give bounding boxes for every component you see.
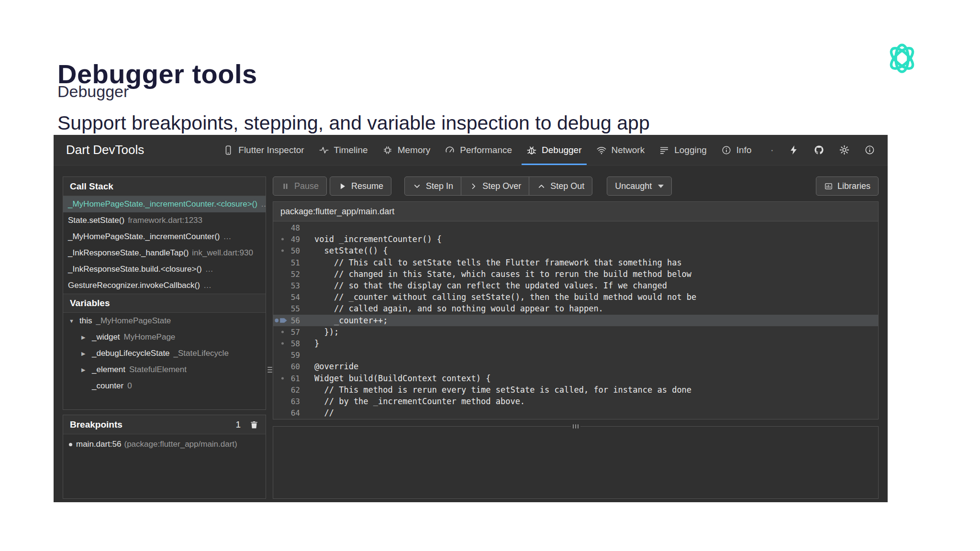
line-gutter[interactable]: 50 bbox=[273, 245, 303, 256]
tab-performance[interactable]: Performance bbox=[437, 135, 519, 165]
code-line[interactable]: 56 _counter++; bbox=[273, 315, 878, 326]
libraries-button[interactable]: Libraries bbox=[816, 176, 879, 196]
frame-location: … bbox=[203, 281, 212, 290]
variable-row[interactable]: ▶ _element StatefulElement bbox=[63, 362, 266, 378]
code-line[interactable]: 59 bbox=[273, 349, 878, 361]
breakable-line-dot-icon bbox=[281, 377, 284, 379]
line-gutter[interactable]: 60 bbox=[273, 361, 303, 372]
tab-debugger[interactable]: Debugger bbox=[519, 135, 589, 165]
code-text: _counter++; bbox=[303, 316, 388, 325]
code-line[interactable]: 57 }); bbox=[273, 326, 878, 338]
line-gutter[interactable]: 61 bbox=[273, 372, 303, 384]
line-gutter[interactable]: 51 bbox=[273, 257, 303, 268]
console-panel[interactable] bbox=[273, 426, 879, 499]
breakpoints-header: Breakpoints 1 bbox=[63, 415, 266, 434]
tab-memory[interactable]: Memory bbox=[375, 135, 438, 165]
code-line[interactable]: 60 @override bbox=[273, 361, 878, 372]
line-gutter[interactable]: 55 bbox=[273, 303, 303, 314]
expander-icon[interactable]: ▼ bbox=[69, 318, 79, 324]
call-stack-frame[interactable]: _InkResponseState.build.<closure>() … bbox=[63, 261, 266, 277]
line-gutter[interactable]: 49 bbox=[273, 233, 303, 245]
tab-logging[interactable]: Logging bbox=[652, 135, 714, 165]
bug-icon bbox=[526, 145, 537, 155]
breakpoint-bullet-icon bbox=[69, 443, 72, 446]
call-stack-frame[interactable]: State.setState() framework.dart:1233 bbox=[63, 212, 266, 229]
frame-name: _MyHomePageState._incrementCounter.<clos… bbox=[68, 199, 257, 209]
variable-name: _counter bbox=[92, 381, 123, 391]
expander-icon[interactable]: ▶ bbox=[81, 351, 92, 357]
trash-icon bbox=[249, 420, 259, 430]
call-stack-frame[interactable]: _MyHomePageState._incrementCounter.<clos… bbox=[63, 196, 266, 212]
tab-label: Timeline bbox=[334, 145, 368, 155]
line-number: 52 bbox=[291, 269, 300, 278]
line-gutter[interactable]: 64 bbox=[273, 407, 303, 419]
tab-label: Network bbox=[612, 145, 645, 155]
info-icon bbox=[721, 145, 732, 155]
code-line[interactable]: 64 // bbox=[273, 407, 878, 419]
variable-row[interactable]: _counter 0 bbox=[63, 378, 266, 394]
resume-button[interactable]: Resume bbox=[330, 176, 391, 196]
expander-icon[interactable]: ▶ bbox=[81, 334, 92, 341]
exception-mode-select[interactable]: Uncaught bbox=[607, 176, 672, 196]
line-gutter[interactable]: 52 bbox=[273, 268, 303, 280]
code-line[interactable]: 55 // called again, and so nothing would… bbox=[273, 303, 878, 314]
tab-info[interactable]: Info bbox=[714, 135, 759, 165]
code-line[interactable]: 61 Widget build(BuildContext context) { bbox=[273, 372, 878, 384]
variable-row[interactable]: ▶ _widget MyHomePage bbox=[63, 329, 266, 345]
github-icon[interactable] bbox=[813, 144, 824, 155]
info-circle-icon[interactable] bbox=[864, 144, 875, 155]
code-line[interactable]: 51 // This call to setState tells the Fl… bbox=[273, 257, 878, 268]
bolt-icon[interactable] bbox=[788, 144, 799, 155]
code-line[interactable]: 53 // so that the display can reflect th… bbox=[273, 280, 878, 291]
call-stack-frame[interactable]: _InkResponseState._handleTap() ink_well.… bbox=[63, 245, 266, 261]
variable-row[interactable]: ▼ this _MyHomePageState bbox=[63, 313, 266, 329]
line-gutter[interactable]: 48 bbox=[273, 222, 303, 233]
step-out-button[interactable]: Step Out bbox=[529, 176, 592, 196]
call-stack-variables-panel: Call Stack _MyHomePageState._incrementCo… bbox=[63, 176, 266, 410]
call-stack-frame[interactable]: GestureRecognizer.invokeCallback() … bbox=[63, 277, 266, 294]
performance-icon bbox=[445, 145, 455, 155]
line-gutter[interactable]: 63 bbox=[273, 396, 303, 407]
frame-location: … bbox=[261, 199, 266, 209]
variable-row[interactable]: ▶ _debugLifecycleState _StateLifecycle bbox=[63, 345, 266, 362]
pause-icon bbox=[281, 182, 290, 191]
code-line[interactable]: 58 } bbox=[273, 338, 878, 349]
sidebar-splitter-handle[interactable] bbox=[267, 367, 272, 373]
line-gutter[interactable]: 58 bbox=[273, 338, 303, 349]
line-gutter[interactable]: 57 bbox=[273, 326, 303, 338]
code-line[interactable]: 50 setState(() { bbox=[273, 245, 878, 256]
line-gutter[interactable]: 62 bbox=[273, 384, 303, 396]
code-line[interactable]: 48 bbox=[273, 222, 878, 233]
tab-flutter-inspector[interactable]: Flutter Inspector bbox=[216, 135, 311, 165]
expander-icon[interactable]: ▶ bbox=[81, 367, 92, 373]
debugger-toolbar: Pause Resume Step In Step Over bbox=[273, 176, 879, 196]
variable-name: _widget bbox=[92, 332, 120, 342]
pause-button[interactable]: Pause bbox=[273, 176, 327, 196]
line-number: 61 bbox=[291, 374, 300, 383]
code-line[interactable]: 62 // This method is rerun every time se… bbox=[273, 384, 878, 396]
code-line[interactable]: 63 // by the _incrementCounter method ab… bbox=[273, 396, 878, 407]
frame-location: ink_well.dart:930 bbox=[192, 248, 253, 258]
console-splitter-handle[interactable] bbox=[571, 424, 580, 429]
code-line[interactable]: 52 // changed in this State, which cause… bbox=[273, 268, 878, 280]
step-over-button[interactable]: Step Over bbox=[461, 176, 529, 196]
tab-timeline[interactable]: Timeline bbox=[312, 135, 375, 165]
line-gutter[interactable]: 56 bbox=[273, 315, 303, 326]
line-gutter[interactable]: 53 bbox=[273, 280, 303, 291]
line-gutter[interactable]: 54 bbox=[273, 291, 303, 303]
code-line[interactable]: 54 // _counter without calling setState(… bbox=[273, 291, 878, 303]
chevron-down-icon bbox=[412, 182, 422, 191]
gear-icon[interactable] bbox=[839, 144, 850, 155]
variable-value: MyHomePage bbox=[124, 332, 176, 342]
line-gutter[interactable]: 59 bbox=[273, 349, 303, 361]
topbar-actions: · bbox=[770, 144, 875, 155]
call-stack-frame[interactable]: _MyHomePageState._incrementCounter() … bbox=[63, 229, 266, 245]
tab-network[interactable]: Network bbox=[589, 135, 652, 165]
breakpoint-item[interactable]: main.dart:56 (package:flutter_app/main.d… bbox=[63, 434, 266, 454]
code-line[interactable]: 49 void _incrementCounter() { bbox=[273, 233, 878, 245]
delete-breakpoints-button[interactable] bbox=[249, 420, 259, 430]
step-in-button[interactable]: Step In bbox=[404, 176, 461, 196]
source-code-lines: 48 49 void _incrementCounter() { 50 setS… bbox=[273, 221, 878, 419]
code-text: // called again, and so nothing would ap… bbox=[303, 304, 603, 313]
line-number: 54 bbox=[291, 293, 300, 302]
